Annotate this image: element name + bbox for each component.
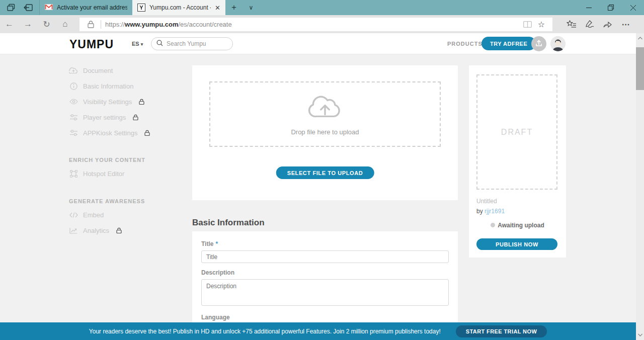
new-tab-icon[interactable]: + bbox=[225, 0, 243, 15]
upload-card: Drop file here to upload SELECT FILE TO … bbox=[192, 65, 458, 200]
browser-tab-gmail[interactable]: Activate your email address bbox=[39, 0, 132, 15]
author-link[interactable]: rjjr1691 bbox=[485, 208, 505, 215]
web-note-pen-icon[interactable] bbox=[581, 17, 599, 31]
lock-icon bbox=[84, 18, 98, 30]
preview-byline: by rjjr1691 bbox=[476, 208, 505, 215]
sidebar-item-label: Basic Information bbox=[83, 82, 133, 90]
refresh-icon[interactable]: ↻ bbox=[37, 17, 56, 32]
promo-banner: Your readers deserve the best! Publish i… bbox=[0, 322, 636, 340]
url-text: https://www.yumpu.com/es/account/create bbox=[105, 21, 520, 28]
tab-close-icon[interactable]: ✕ bbox=[215, 4, 220, 12]
required-asterisk: * bbox=[215, 240, 218, 247]
analytics-chart-icon bbox=[69, 227, 78, 234]
lock-icon bbox=[133, 114, 138, 120]
sidebar-item-label: Embed bbox=[83, 211, 104, 219]
url-separator bbox=[101, 20, 101, 29]
url-field[interactable]: https://www.yumpu.com/es/account/create … bbox=[79, 18, 552, 31]
title-label: Title* bbox=[201, 240, 449, 247]
tab-chevron-down-icon[interactable]: ∨ bbox=[243, 0, 260, 15]
lock-icon bbox=[116, 227, 122, 233]
dropzone-text: Drop file here to upload bbox=[291, 128, 359, 136]
publish-upload-icon bbox=[535, 39, 543, 49]
sidebar-section-enrich: ENRICH YOUR CONTENT bbox=[69, 157, 145, 163]
window-close-icon[interactable] bbox=[622, 0, 644, 15]
search-icon bbox=[156, 39, 163, 48]
browser-tab-bar: Activate your email address Y Yumpu.com … bbox=[0, 0, 644, 15]
search-box[interactable] bbox=[151, 37, 233, 50]
cloud-upload-icon bbox=[69, 67, 78, 74]
tab-title: Activate your email address bbox=[57, 4, 127, 11]
eye-icon bbox=[69, 99, 78, 105]
upload-shortcut-button[interactable] bbox=[531, 36, 546, 51]
window-minimize-icon[interactable] bbox=[578, 0, 600, 15]
info-icon bbox=[69, 82, 78, 90]
more-ellipsis-icon[interactable]: ⋯ bbox=[617, 17, 635, 31]
start-free-trial-button[interactable]: START FREE TRIAL NOW bbox=[456, 325, 547, 337]
favorite-star-icon[interactable]: ☆ bbox=[534, 18, 548, 30]
lock-icon bbox=[144, 130, 150, 136]
sidebar-item-visibility-settings[interactable]: Visibility Settings bbox=[69, 95, 144, 109]
title-input[interactable] bbox=[201, 250, 449, 263]
back-icon[interactable]: ← bbox=[0, 17, 19, 32]
sidebar-item-label: Hotspot Editor bbox=[83, 170, 124, 178]
tab-title: Yumpu.com - Account - bbox=[149, 4, 211, 11]
home-icon[interactable]: ⌂ bbox=[56, 17, 74, 32]
person-icon bbox=[550, 36, 566, 51]
scroll-down-icon[interactable] bbox=[636, 331, 644, 339]
file-dropzone[interactable]: Drop file here to upload bbox=[209, 81, 441, 147]
share-icon[interactable] bbox=[599, 17, 617, 31]
search-input[interactable] bbox=[167, 40, 222, 47]
sliders-icon bbox=[69, 130, 78, 136]
status-dot-icon bbox=[491, 223, 495, 227]
sidebar-section-awareness: GENERATE AWARENESS bbox=[69, 198, 145, 204]
try-adfree-button[interactable]: TRY ADFREE bbox=[481, 37, 536, 50]
sidebar-item-label: Analytics bbox=[83, 227, 109, 234]
hotspot-transform-icon bbox=[69, 170, 78, 178]
description-input[interactable] bbox=[201, 279, 449, 306]
set-tabs-aside-icon[interactable] bbox=[21, 2, 35, 14]
sidebar-item-hotspot-editor[interactable]: Hotspot Editor bbox=[69, 166, 124, 181]
cloud-upload-icon bbox=[306, 93, 344, 124]
yumpu-logo[interactable]: YUMPU bbox=[69, 38, 114, 51]
forward-icon[interactable]: → bbox=[19, 17, 37, 32]
chevron-down-icon: ▾ bbox=[141, 42, 143, 47]
status-badge: Awaiting upload bbox=[469, 222, 566, 229]
description-label: Description bbox=[201, 269, 449, 276]
sidebar-item-label: Visibility Settings bbox=[83, 98, 132, 106]
sidebar-item-analytics[interactable]: Analytics bbox=[69, 223, 122, 237]
promo-message: Your readers deserve the best! Publish i… bbox=[89, 328, 441, 335]
language-dropdown[interactable]: ES ▾ bbox=[132, 41, 143, 47]
products-menu[interactable]: PRODUCTS bbox=[447, 41, 482, 47]
browser-tab-yumpu[interactable]: Y Yumpu.com - Account - ✕ bbox=[132, 0, 225, 15]
page-scrollbar[interactable] bbox=[636, 33, 644, 340]
basic-information-heading: Basic Information bbox=[192, 218, 265, 228]
draft-placeholder: DRAFT bbox=[476, 74, 557, 190]
user-avatar[interactable] bbox=[550, 36, 566, 51]
preview-title: Untitled bbox=[476, 198, 497, 205]
site-header: YUMPU ES ▾ PRODUCTS TRY ADFREE bbox=[0, 33, 644, 54]
sidebar-item-basic-information[interactable]: Basic Information bbox=[69, 79, 133, 93]
sidebar-item-player-settings[interactable]: Player settings bbox=[69, 110, 138, 124]
yumpu-favicon: Y bbox=[137, 4, 145, 12]
draft-label: DRAFT bbox=[501, 128, 533, 137]
lock-icon bbox=[139, 99, 144, 105]
reading-view-icon[interactable] bbox=[520, 18, 534, 30]
select-file-button[interactable]: SELECT FILE TO UPLOAD bbox=[276, 166, 374, 179]
sidebar-item-label: Player settings bbox=[83, 114, 126, 121]
sidebar-item-embed[interactable]: Embed bbox=[69, 208, 104, 222]
sidebar-item-appkiosk-settings[interactable]: APPKiosk Settings bbox=[69, 126, 150, 140]
scrollbar-thumb[interactable] bbox=[636, 47, 644, 90]
browser-address-bar: ← → ↻ ⌂ https://www.yumpu.com/es/account… bbox=[0, 15, 644, 33]
sidebar-item-document[interactable]: Document bbox=[69, 63, 113, 77]
code-icon bbox=[69, 212, 78, 218]
tab-preview-icon[interactable] bbox=[4, 2, 18, 14]
window-restore-icon[interactable] bbox=[600, 0, 622, 15]
gmail-icon bbox=[45, 4, 53, 12]
favorites-hub-icon[interactable] bbox=[562, 17, 581, 31]
sliders-icon bbox=[69, 114, 78, 121]
document-preview-card: DRAFT Untitled by rjjr1691 Awaiting uplo… bbox=[469, 65, 566, 258]
language-label: Language bbox=[201, 314, 449, 321]
sidebar-item-label: APPKiosk Settings bbox=[83, 129, 137, 137]
publish-now-button[interactable]: PUBLISH NOW bbox=[476, 238, 557, 250]
scroll-up-icon[interactable] bbox=[636, 34, 644, 42]
